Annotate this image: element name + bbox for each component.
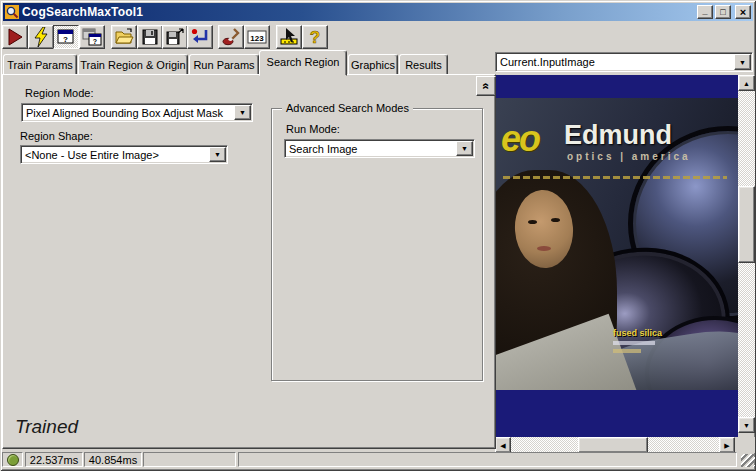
scroll-down-button[interactable]: ▼ <box>738 417 755 433</box>
cover-subtitle: optics | america <box>567 151 691 162</box>
help-button[interactable]: ? <box>302 25 328 49</box>
magazine-cover-photo: eo Edmund optics | america fused silica <box>495 98 738 390</box>
counter-button[interactable]: 123 <box>244 25 270 49</box>
vertical-scroll-thumb[interactable] <box>738 186 755 263</box>
open-file-button[interactable] <box>111 25 137 49</box>
lightning-icon <box>31 27 51 47</box>
status-green-dot-icon <box>7 454 19 466</box>
region-mode-label: Region Mode: <box>25 87 94 99</box>
vertical-scrollbar[interactable]: ▲ ▼ <box>738 75 755 433</box>
toolbar: ? ? <box>2 23 754 50</box>
tab-strip: Train Params Train Region & Origin Run P… <box>0 50 494 75</box>
tab-train-region-origin[interactable]: Train Region & Origin <box>78 54 188 75</box>
cover-caption: fused silica <box>613 328 662 338</box>
scrollbar-corner <box>735 437 755 453</box>
play-icon <box>5 27 25 47</box>
search-region-page: Region Mode: Pixel Aligned Bounding Box … <box>2 74 496 449</box>
status-message-panel <box>238 452 737 467</box>
model-eye-decoration <box>528 220 537 224</box>
fine-print-strip <box>503 176 727 179</box>
titlebar[interactable]: CogSearchMaxTool1 _ □ × <box>3 3 753 21</box>
image-source-value: Current.InputImage <box>496 56 733 68</box>
scroll-left-button[interactable]: ◀ <box>495 437 511 453</box>
help-icon: ? <box>305 27 325 47</box>
chevrons-up-icon: « <box>480 83 492 90</box>
tab-results[interactable]: Results <box>399 54 448 75</box>
collapse-panel-button[interactable]: « <box>476 76 496 96</box>
image-display-viewport[interactable]: eo Edmund optics | america fused silica <box>495 75 738 437</box>
caption-bar-decoration <box>613 341 655 345</box>
pointer-ruler-icon <box>279 27 299 47</box>
svg-text:?: ? <box>63 35 68 44</box>
tab-train-params[interactable]: Train Params <box>3 54 77 75</box>
model-lips-decoration <box>537 246 551 251</box>
pointer-tool-button[interactable] <box>276 25 302 49</box>
region-shape-value: <None - Use Entire Image> <box>21 149 208 161</box>
eo-logo: eo <box>501 118 539 160</box>
close-button[interactable]: × <box>735 5 751 19</box>
image-source-combo[interactable]: Current.InputImage ▼ <box>495 52 753 72</box>
maximize-button[interactable]: □ <box>715 5 731 19</box>
horizontal-scroll-thumb[interactable] <box>578 437 648 453</box>
run-mode-label: Run Mode: <box>286 123 340 135</box>
horizontal-scrollbar[interactable]: ◀ ▶ <box>495 437 735 453</box>
run-button[interactable] <box>2 25 28 49</box>
electric-run-button[interactable] <box>28 25 54 49</box>
cover-title: Edmund <box>564 120 672 151</box>
group-title: Advanced Search Modes <box>282 102 413 114</box>
region-mode-value: Pixel Aligned Bounding Box Adjust Mask <box>22 107 233 119</box>
region-shape-combo[interactable]: <None - Use Entire Image> ▼ <box>20 145 228 164</box>
floppy-icon <box>140 27 160 47</box>
svg-text:?: ? <box>310 28 320 47</box>
tool-app-icon <box>5 5 19 19</box>
save-as-button[interactable] <box>162 25 188 49</box>
window-help-icon: ? <box>56 27 76 47</box>
reset-button[interactable] <box>187 25 213 49</box>
brush-icon <box>221 27 241 47</box>
local-display-toggle[interactable]: ? <box>53 25 79 49</box>
trained-status-text: Trained <box>15 416 78 438</box>
svg-text:?: ? <box>93 38 97 45</box>
model-eye-decoration <box>551 218 560 222</box>
reset-arrow-icon <box>190 27 210 47</box>
save-button[interactable] <box>137 25 163 49</box>
chevron-down-icon[interactable]: ▼ <box>456 141 473 156</box>
floating-display-button[interactable]: ? <box>79 25 105 49</box>
advanced-search-modes-group: Advanced Search Modes Run Mode: Search I… <box>271 108 483 381</box>
window-title: CogSearchMaxTool1 <box>22 5 695 19</box>
cogsearchmaxtool-window: CogSearchMaxTool1 _ □ × ? <box>0 0 756 471</box>
region-shape-label: Region Shape: <box>20 130 93 142</box>
floppy-save-as-icon <box>165 27 185 47</box>
scroll-right-button[interactable]: ▶ <box>719 437 735 453</box>
caption-bar-decoration <box>613 349 641 353</box>
run-time-panel: 22.537ms <box>25 452 83 467</box>
svg-text:123: 123 <box>250 34 264 43</box>
tab-graphics[interactable]: Graphics <box>348 54 398 75</box>
total-time-panel: 40.854ms <box>84 452 142 467</box>
chevron-down-icon[interactable]: ▼ <box>734 54 751 70</box>
electrode-button[interactable] <box>218 25 244 49</box>
tab-run-params[interactable]: Run Params <box>189 54 259 75</box>
status-bar: 22.537ms 40.854ms <box>2 452 754 468</box>
run-mode-combo[interactable]: Search Image ▼ <box>284 139 475 158</box>
run-mode-value: Search Image <box>285 143 455 155</box>
open-folder-icon <box>114 27 134 47</box>
counter-123-icon: 123 <box>247 27 267 47</box>
status-empty-panel <box>143 452 236 467</box>
floating-window-icon: ? <box>82 27 102 47</box>
scroll-up-button[interactable]: ▲ <box>738 75 755 91</box>
tab-search-region[interactable]: Search Region <box>259 50 347 76</box>
region-mode-combo[interactable]: Pixel Aligned Bounding Box Adjust Mask ▼ <box>21 103 253 122</box>
resize-grip[interactable] <box>741 454 755 467</box>
status-indicator-panel <box>2 452 23 467</box>
chevron-down-icon[interactable]: ▼ <box>209 147 226 162</box>
minimize-button[interactable]: _ <box>697 5 713 19</box>
chevron-down-icon[interactable]: ▼ <box>234 105 251 120</box>
